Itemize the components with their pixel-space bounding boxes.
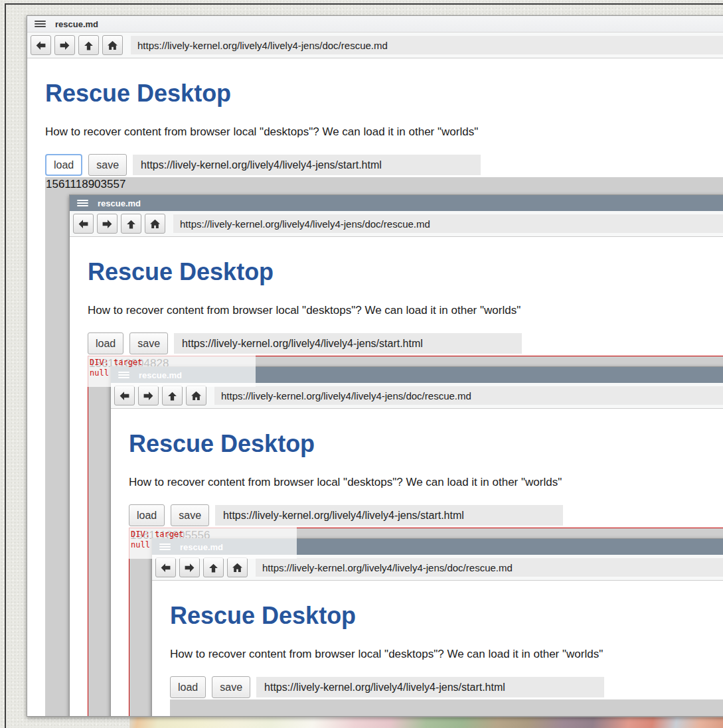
- inspector-target-line: DIV: target: [131, 529, 297, 540]
- arrow-up-icon: [83, 40, 94, 51]
- arrow-up-icon: [167, 390, 178, 401]
- desktop-wallpaper: [129, 716, 723, 728]
- browser-window-2: rescue.md Rescue Desktop How to recover …: [69, 194, 723, 716]
- desktop-container: 1561118903557 rescue.md Rescue Desktop H…: [45, 177, 723, 716]
- up-button[interactable]: [203, 557, 224, 577]
- start-url-input[interactable]: [133, 155, 481, 175]
- load-save-row: load save: [129, 504, 723, 526]
- page-title: Rescue Desktop: [45, 80, 723, 107]
- url-input[interactable]: [173, 214, 723, 233]
- load-save-row: load save: [45, 154, 723, 176]
- start-url-input[interactable]: [174, 333, 522, 354]
- window-title: rescue.md: [55, 19, 98, 29]
- back-button[interactable]: [114, 386, 135, 405]
- save-button[interactable]: save: [129, 332, 168, 354]
- arrow-right-icon: [59, 40, 70, 51]
- load-button[interactable]: load: [170, 676, 206, 698]
- hamburger-icon[interactable]: [35, 19, 46, 29]
- arrow-right-icon: [143, 390, 154, 401]
- up-button[interactable]: [162, 386, 183, 405]
- desktop-container: [170, 699, 723, 716]
- arrow-left-icon: [35, 40, 46, 51]
- titlebar[interactable]: rescue.md: [70, 195, 723, 211]
- save-button[interactable]: save: [212, 676, 250, 698]
- arrow-up-icon: [125, 218, 137, 230]
- arrow-left-icon: [160, 562, 171, 573]
- titlebar[interactable]: rescue.md: [27, 16, 723, 33]
- nav-toolbar: [70, 211, 723, 237]
- url-input[interactable]: [214, 386, 723, 405]
- up-button[interactable]: [121, 214, 141, 234]
- page-title: Rescue Desktop: [170, 602, 723, 629]
- forward-button[interactable]: [97, 214, 118, 234]
- arrow-right-icon: [184, 562, 195, 573]
- page-content: Rescue Desktop How to recover content fr…: [152, 581, 723, 716]
- up-button[interactable]: [78, 35, 99, 55]
- desktop-timestamp: 1561118903557: [45, 177, 723, 192]
- home-button[interactable]: [186, 386, 206, 405]
- page-content: Rescue Desktop How to recover content fr…: [70, 237, 723, 716]
- back-button[interactable]: [31, 35, 51, 55]
- home-button[interactable]: [145, 214, 165, 234]
- inspector-overlay: DIV: target null: [129, 528, 297, 559]
- arrow-left-icon: [78, 218, 89, 230]
- window-frame-left-edge: [5, 4, 6, 728]
- load-button[interactable]: load: [88, 332, 123, 354]
- arrow-right-icon: [102, 218, 113, 230]
- back-button[interactable]: [155, 557, 176, 577]
- window-title: rescue.md: [98, 198, 141, 208]
- load-button[interactable]: load: [129, 504, 165, 526]
- forward-button[interactable]: [179, 557, 200, 577]
- hamburger-icon[interactable]: [77, 198, 88, 208]
- load-button[interactable]: load: [45, 154, 82, 176]
- save-button[interactable]: save: [171, 504, 209, 526]
- forward-button[interactable]: [54, 35, 75, 55]
- page-content: Rescue Desktop How to recover content fr…: [27, 58, 723, 716]
- save-button[interactable]: save: [88, 154, 127, 176]
- load-save-row: load save: [88, 332, 723, 354]
- home-button[interactable]: [102, 35, 123, 55]
- page-title: Rescue Desktop: [129, 430, 723, 457]
- home-icon: [149, 218, 161, 230]
- page-title: Rescue Desktop: [88, 258, 723, 285]
- desktop-container: 1561118904828 rescue.md: [88, 356, 723, 716]
- window-frame-top-edge: [5, 3, 723, 5]
- inspector-target-line: DIV: target: [90, 357, 256, 368]
- forward-button[interactable]: [138, 386, 159, 405]
- start-url-input[interactable]: [215, 505, 563, 526]
- url-input[interactable]: [256, 558, 723, 577]
- intro-paragraph: How to recover content from browser loca…: [88, 303, 723, 318]
- intro-paragraph: How to recover content from browser loca…: [129, 474, 723, 490]
- home-icon: [232, 562, 243, 573]
- arrow-left-icon: [119, 390, 130, 401]
- arrow-up-icon: [208, 562, 219, 573]
- home-icon: [191, 390, 202, 401]
- desktop-container: 1561118905556 rescue.md: [129, 528, 723, 716]
- back-button[interactable]: [73, 214, 94, 234]
- inspector-value-line: null: [90, 368, 256, 378]
- intro-paragraph: How to recover content from browser loca…: [170, 646, 723, 662]
- inspector-overlay: DIV: target null: [88, 356, 256, 387]
- url-input[interactable]: [131, 36, 723, 54]
- inspector-value-line: null: [131, 540, 297, 550]
- nav-toolbar: [27, 33, 723, 58]
- page-content: Rescue Desktop How to recover content fr…: [111, 409, 723, 716]
- home-icon: [107, 40, 118, 51]
- start-url-input[interactable]: [256, 677, 604, 697]
- intro-paragraph: How to recover content from browser loca…: [45, 124, 723, 139]
- home-button[interactable]: [227, 557, 248, 577]
- browser-window-4: rescue.md: [151, 538, 723, 716]
- load-save-row: load save: [170, 676, 723, 698]
- browser-window-3: rescue.md Rescue Desktop: [110, 366, 723, 716]
- browser-window-1: rescue.md Rescue Desktop How to recover …: [27, 15, 723, 717]
